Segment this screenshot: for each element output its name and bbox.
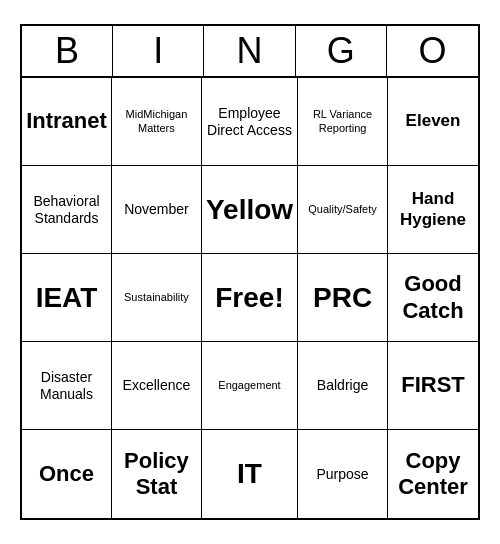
bingo-cell-2: Employee Direct Access [202, 78, 298, 166]
bingo-cell-text-3: RL Variance Reporting [302, 108, 383, 134]
bingo-cell-text-22: IT [237, 457, 262, 491]
bingo-header-letter-n: N [204, 26, 295, 76]
bingo-cell-text-6: November [124, 201, 189, 218]
bingo-cell-text-4: Eleven [406, 111, 461, 131]
bingo-header-letter-b: B [22, 26, 113, 76]
bingo-cell-text-12: Free! [215, 281, 283, 315]
bingo-cell-5: Behavioral Standards [22, 166, 112, 254]
bingo-cell-text-13: PRC [313, 281, 372, 315]
bingo-cell-21: Policy Stat [112, 430, 202, 518]
bingo-cell-text-24: Copy Center [392, 448, 474, 501]
bingo-cell-text-20: Once [39, 461, 94, 487]
bingo-header-letter-i: I [113, 26, 204, 76]
bingo-cell-9: Hand Hygiene [388, 166, 478, 254]
bingo-header-letter-o: O [387, 26, 478, 76]
bingo-cell-19: FIRST [388, 342, 478, 430]
bingo-cell-20: Once [22, 430, 112, 518]
bingo-cell-0: Intranet [22, 78, 112, 166]
bingo-cell-1: MidMichigan Matters [112, 78, 202, 166]
bingo-cell-15: Disaster Manuals [22, 342, 112, 430]
bingo-card: BINGO IntranetMidMichigan MattersEmploye… [20, 24, 480, 520]
bingo-cell-text-21: Policy Stat [116, 448, 197, 501]
bingo-cell-6: November [112, 166, 202, 254]
bingo-cell-7: Yellow [202, 166, 298, 254]
bingo-cell-11: Sustainability [112, 254, 202, 342]
bingo-cell-text-14: Good Catch [392, 271, 474, 324]
bingo-cell-10: IEAT [22, 254, 112, 342]
bingo-cell-text-11: Sustainability [124, 291, 189, 304]
bingo-cell-text-10: IEAT [36, 281, 98, 315]
bingo-cell-8: Quality/Safety [298, 166, 388, 254]
bingo-header: BINGO [22, 26, 478, 78]
bingo-cell-text-17: Engagement [218, 379, 280, 392]
bingo-cell-4: Eleven [388, 78, 478, 166]
bingo-cell-text-9: Hand Hygiene [392, 189, 474, 230]
bingo-cell-text-8: Quality/Safety [308, 203, 376, 216]
bingo-grid: IntranetMidMichigan MattersEmployee Dire… [22, 78, 478, 518]
bingo-cell-3: RL Variance Reporting [298, 78, 388, 166]
bingo-cell-text-18: Baldrige [317, 377, 368, 394]
bingo-cell-24: Copy Center [388, 430, 478, 518]
bingo-cell-text-1: MidMichigan Matters [116, 108, 197, 134]
bingo-cell-text-23: Purpose [316, 466, 368, 483]
bingo-cell-text-0: Intranet [26, 108, 107, 134]
bingo-cell-12: Free! [202, 254, 298, 342]
bingo-cell-13: PRC [298, 254, 388, 342]
bingo-cell-text-19: FIRST [401, 372, 465, 398]
bingo-cell-18: Baldrige [298, 342, 388, 430]
bingo-cell-text-5: Behavioral Standards [26, 193, 107, 227]
bingo-header-letter-g: G [296, 26, 387, 76]
bingo-cell-22: IT [202, 430, 298, 518]
bingo-cell-23: Purpose [298, 430, 388, 518]
bingo-cell-text-16: Excellence [123, 377, 191, 394]
bingo-cell-14: Good Catch [388, 254, 478, 342]
bingo-cell-text-15: Disaster Manuals [26, 369, 107, 403]
bingo-cell-text-7: Yellow [206, 193, 293, 227]
bingo-cell-17: Engagement [202, 342, 298, 430]
bingo-cell-text-2: Employee Direct Access [206, 105, 293, 139]
bingo-cell-16: Excellence [112, 342, 202, 430]
